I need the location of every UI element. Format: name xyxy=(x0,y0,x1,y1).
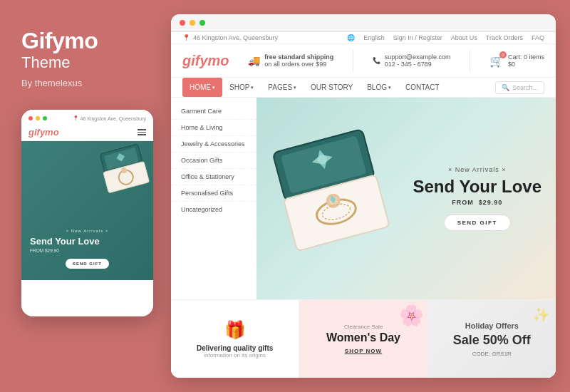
hero-jewelry-illustration xyxy=(265,121,405,264)
header-divider-2 xyxy=(470,50,470,71)
hero-text: × New Arrivals × Send Your Love FROM $29… xyxy=(413,166,542,231)
nav-search[interactable]: 🔍 Search... xyxy=(495,81,544,94)
site-topbar: 📍 46 Kingston Ave, Queensbury 🌐 English … xyxy=(171,32,556,44)
browser-window: 📍 46 Kingston Ave, Queensbury 🌐 English … xyxy=(171,14,556,378)
mobile-hero-badge: × New Arrivals × xyxy=(30,229,145,233)
womens-day-card: 🌸 Clearance Sale Women's Day SHOP NOW xyxy=(299,300,428,378)
womens-badge: Clearance Sale xyxy=(344,324,383,330)
topbar-faq[interactable]: FAQ xyxy=(532,34,544,41)
holiday-code: CODE: GRS1R xyxy=(472,351,512,357)
mobile-window-controls xyxy=(28,116,47,120)
browser-dot-red xyxy=(180,20,185,26)
mobile-send-gift-button[interactable]: SEND GIFT xyxy=(66,259,109,269)
menu-home-living[interactable]: Home & Living xyxy=(171,120,256,136)
brand-by: By themelexus xyxy=(21,78,82,88)
hero-price: $29.90 xyxy=(479,199,503,206)
deliver-title: Delivering quality gifts xyxy=(197,344,273,352)
nav-contact[interactable]: CONTACT xyxy=(398,78,447,97)
topbar-track[interactable]: Track Orders xyxy=(486,34,523,41)
nav-home-label: HOME xyxy=(190,83,211,91)
bottom-row: 🎁 Delivering quality gifts information o… xyxy=(171,299,556,378)
menu-personalised-gifts[interactable]: Personalised Gifts xyxy=(171,185,256,202)
mobile-address: 📍 46 Kingston Ave, Queensbury xyxy=(73,115,147,121)
pin-icon: 📍 xyxy=(182,34,190,41)
cart-label: Cart: 0 items xyxy=(508,53,544,61)
support-email: support@example.com xyxy=(385,53,451,61)
topbar-signin[interactable]: Sign In / Register xyxy=(393,34,442,41)
site-logo[interactable]: gifymo xyxy=(182,53,229,69)
menu-occasion-gifts[interactable]: Occasion Gifts xyxy=(171,153,256,169)
hero-title: Send Your Love xyxy=(413,177,542,196)
globe-icon: 🌐 xyxy=(347,34,355,41)
header-shipping: 🚚 free standard shipping on all orders o… xyxy=(248,53,333,68)
shop-now-button[interactable]: SHOP NOW xyxy=(345,348,382,354)
mobile-dot-red xyxy=(28,116,33,120)
hero-badge: × New Arrivals × xyxy=(413,166,542,173)
hero-section: × New Arrivals × Send Your Love FROM $29… xyxy=(256,98,556,299)
search-placeholder: Search... xyxy=(512,84,538,91)
search-icon: 🔍 xyxy=(502,84,509,91)
jewelry-box-svg xyxy=(265,121,405,261)
nav-home[interactable]: HOME ▾ xyxy=(182,78,222,97)
topbar-right: 🌐 English Sign In / Register About Us Tr… xyxy=(347,34,544,41)
shipping-sub: on all orders over $99 xyxy=(264,61,333,68)
hero-send-gift-button[interactable]: SEND GIFT xyxy=(444,215,511,231)
browser-dot-yellow xyxy=(190,20,195,26)
chevron-down-icon: ▾ xyxy=(294,85,296,91)
menu-uncategorized[interactable]: Uncategorized xyxy=(171,202,256,217)
cart-amount: $0 xyxy=(508,61,544,68)
nav-contact-label: CONTACT xyxy=(405,83,440,91)
menu-jewelry[interactable]: Jewelry & Accessories xyxy=(171,136,256,153)
hero-from-label: FROM xyxy=(452,199,474,206)
cart-icon: 🛒 0 xyxy=(489,54,504,68)
brand-title: Gifymo xyxy=(21,29,98,53)
truck-icon: 🚚 xyxy=(248,55,260,66)
mobile-top-bar: 📍 46 Kingston Ave, Queensbury xyxy=(21,110,153,124)
site-content: 📍 46 Kingston Ave, Queensbury 🌐 English … xyxy=(171,32,556,378)
mobile-hero-title: Send Your Love xyxy=(30,236,145,247)
shipping-title: free standard shipping xyxy=(264,53,333,61)
deliver-card: 🎁 Delivering quality gifts information o… xyxy=(171,300,299,378)
menu-garment-care[interactable]: Garment Care xyxy=(171,103,256,120)
mobile-logo-bar: gifymo xyxy=(21,124,153,141)
nav-blog[interactable]: BLOG ▾ xyxy=(360,78,398,97)
menu-office-stationery[interactable]: Office & Stationery xyxy=(171,169,256,185)
hamburger-line xyxy=(138,129,146,130)
site-header: gifymo 🚚 free standard shipping on all o… xyxy=(171,44,556,78)
hero-from: FROM $29.90 xyxy=(413,199,542,206)
left-panel: Gifymo Theme By themelexus 📍 46 Kingston… xyxy=(0,0,171,392)
header-cart[interactable]: 🛒 0 Cart: 0 items $0 xyxy=(489,53,544,68)
topbar-language[interactable]: English xyxy=(363,34,385,41)
cart-info: Cart: 0 items $0 xyxy=(508,53,544,68)
site-nav: HOME ▾ SHOP ▾ PAGES ▾ OUR STORY BLOG ▾ C… xyxy=(171,78,556,98)
pin-icon: 📍 xyxy=(73,115,79,121)
chevron-down-icon: ▾ xyxy=(388,85,391,91)
header-support: 📞 support@example.com 012 - 345 - 6789 xyxy=(373,53,451,68)
mobile-hero-price: FROM $29.90 xyxy=(30,248,145,253)
deliver-subtitle: information on its origins xyxy=(204,352,266,359)
hamburger-icon[interactable] xyxy=(138,129,146,135)
header-divider-1 xyxy=(353,50,353,71)
sparkle-icon: ✨ xyxy=(532,306,550,323)
mobile-dot-yellow xyxy=(36,116,40,120)
shop-dropdown-menu: Garment Care Home & Living Jewelry & Acc… xyxy=(171,98,256,299)
mobile-logo: gifymo xyxy=(28,127,59,138)
nav-pages-label: PAGES xyxy=(268,83,292,91)
nav-shop[interactable]: SHOP ▾ xyxy=(222,78,261,97)
topbar-left: 📍 46 Kingston Ave, Queensbury xyxy=(182,34,278,41)
browser-dot-green xyxy=(200,20,205,26)
jewelry-box-icon xyxy=(96,142,153,199)
mobile-preview: 📍 46 Kingston Ave, Queensbury gifymo xyxy=(21,110,153,316)
hamburger-line xyxy=(138,134,146,135)
hamburger-line xyxy=(138,132,146,133)
nav-our-story[interactable]: OUR STORY xyxy=(304,78,360,97)
chevron-down-icon: ▾ xyxy=(251,85,254,91)
browser-chrome xyxy=(171,14,556,32)
chevron-down-icon: ▾ xyxy=(212,85,215,91)
phone-icon: 📞 xyxy=(373,57,380,64)
nav-pages[interactable]: PAGES ▾ xyxy=(261,78,304,97)
support-phone: 012 - 345 - 6789 xyxy=(385,61,451,68)
cart-badge: 0 xyxy=(499,51,507,58)
topbar-about[interactable]: About Us xyxy=(451,34,477,41)
gift-icon: 🎁 xyxy=(224,320,246,340)
